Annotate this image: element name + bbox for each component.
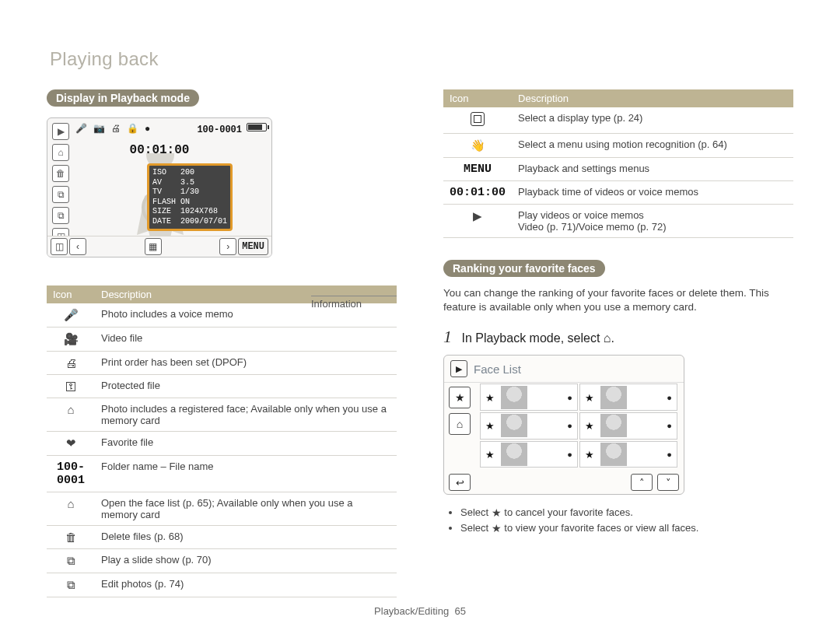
face-card[interactable]: ★● <box>480 441 578 468</box>
favorite-indicator-icon: ● <box>145 123 150 134</box>
rank-star-icon: ★ <box>585 449 594 461</box>
table-description: Delete files (p. 68) <box>95 526 397 549</box>
table-header-icon: Icon <box>47 285 95 303</box>
footer-section: Playback/Editing <box>374 605 449 617</box>
page-section-title: Playing back <box>50 48 159 70</box>
table-row: 🗑Delete files (p. 68) <box>47 526 397 549</box>
rank-dot-icon: ● <box>567 450 572 459</box>
ranking-bullets: Select ★ to cancel your favorite faces.S… <box>443 506 793 534</box>
table-row: ⌂Open the face list (p. 65); Available o… <box>47 492 397 526</box>
step-text: In Playback mode, select <box>461 331 600 345</box>
rank-dot-icon: ● <box>667 450 672 459</box>
prev-button[interactable]: ‹ <box>69 238 86 255</box>
table-description: Favorite file <box>95 432 397 456</box>
face-thumb <box>600 386 627 409</box>
face-card[interactable]: ★● <box>480 384 578 411</box>
face-thumb <box>501 414 527 437</box>
print-indicator-icon: 🖨 <box>111 123 121 134</box>
bullet-item: Select ★ to cancel your favorite faces. <box>460 506 793 518</box>
favorite-file-icon: ❤ <box>47 432 95 456</box>
face-list-step-icon: ⌂ <box>604 331 611 345</box>
voice-memo-icon: 🎤 <box>47 303 95 328</box>
table-row: ⧉Edit photos (p. 74) <box>47 573 397 597</box>
shooting-info-box: ISO200 AV3.5 TV1/30 FLASHON SIZE1024X768… <box>147 163 233 231</box>
table-header-desc: Description <box>512 89 793 107</box>
right-icon-table: Icon Description Select a display type (… <box>443 89 793 238</box>
display-mode-heading: Display in Playback mode <box>47 89 199 107</box>
table-description: Select a display type (p. 24) <box>512 107 793 134</box>
edit-photos-icon: ⧉ <box>47 573 95 597</box>
slideshow-icon-panel: ⧉ <box>52 186 69 203</box>
registered-face-icon: ⌂ <box>47 398 95 432</box>
protected-file-icon: ⚿ <box>47 375 95 398</box>
star-off-button[interactable]: ★ <box>449 387 471 408</box>
table-row: 🎥Video file <box>47 328 397 352</box>
display-type-icon <box>443 107 512 134</box>
table-header-icon: Icon <box>443 89 512 107</box>
voice-memo-indicator-icon: 🎤 <box>75 123 87 134</box>
face-card[interactable]: ★● <box>480 412 578 440</box>
table-row: MENUPlayback and settings menus <box>443 158 793 181</box>
ranking-faces-heading: Ranking your favorite faces <box>443 260 605 277</box>
page-footer: Playback/Editing 65 <box>0 605 840 617</box>
rank-star-icon: ★ <box>585 420 594 432</box>
playback-time-icon: 00:01:00 <box>443 181 512 205</box>
face-list-panel: ▶ Face List ★ ⌂ ★●★●★●★●★●★● ↩ ˄ ˅ <box>443 355 684 495</box>
right-column: Icon Description Select a display type (… <box>443 89 793 597</box>
up-button[interactable]: ˄ <box>631 474 653 491</box>
rank-star-icon: ★ <box>485 391 495 403</box>
folder-file-name: 100-0001 <box>47 456 95 492</box>
table-description: Playback and settings menus <box>512 158 793 181</box>
table-description: Open the face list (p. 65); Available on… <box>95 492 397 526</box>
table-row: ⌂Photo includes a registered face; Avail… <box>47 398 397 432</box>
star-off-icon: ★ <box>492 506 502 519</box>
face-card[interactable]: ★● <box>579 412 677 440</box>
table-description: Photo includes a registered face; Availa… <box>95 398 397 432</box>
battery-icon <box>247 123 267 131</box>
rank-star-icon: ★ <box>485 449 495 461</box>
left-icon-table: Icon Description 🎤Photo includes a voice… <box>47 285 397 597</box>
step-number: 1 <box>443 327 452 346</box>
step-1: 1 In Playback mode, select ⌂. <box>443 327 793 347</box>
table-description: Video file <box>95 328 397 352</box>
face-card[interactable]: ★● <box>579 384 677 411</box>
delete-icon: 🗑 <box>52 165 69 182</box>
protected-indicator-icon: 🔒 <box>127 123 138 134</box>
table-row: ❤Favorite file <box>47 432 397 456</box>
table-row: ⚿Protected file <box>47 375 397 398</box>
menu-icon: MENU <box>443 158 512 181</box>
star-icon: ★ <box>492 522 502 534</box>
down-button[interactable]: ˅ <box>657 474 679 491</box>
face-thumb <box>501 443 527 466</box>
left-column: Display in Playback mode ▶ ⌂ 🗑 ⧉ ⧉ ◫ 🎤 📷… <box>47 89 397 597</box>
table-row: ⧉Play a slide show (p. 70) <box>47 549 397 573</box>
face-card[interactable]: ★● <box>579 441 677 468</box>
play-icon: ▶ <box>443 205 512 238</box>
face-edit-button[interactable]: ⌂ <box>449 413 471 435</box>
delete-files-icon: 🗑 <box>47 526 95 549</box>
table-description: Protected file <box>95 375 397 398</box>
face-thumb <box>600 443 627 466</box>
table-description: Folder name – File name <box>95 456 397 492</box>
footer-page-number: 65 <box>454 605 465 617</box>
table-description: Play videos or voice memos Video (p. 71)… <box>512 205 793 238</box>
video-indicator-icon: 📷 <box>93 123 105 134</box>
table-row: 🖨Print order has been set (DPOF) <box>47 352 397 375</box>
information-callout: Information <box>311 296 397 310</box>
rank-star-icon: ★ <box>585 391 594 403</box>
ranking-intro: You can change the ranking of your favor… <box>443 286 793 314</box>
back-button[interactable]: ↩ <box>449 474 471 491</box>
table-description: Playback time of videos or voice memos <box>512 181 793 205</box>
print-order-icon: 🖨 <box>47 352 95 375</box>
table-row: 👋Select a menu using motion recognition … <box>443 134 793 158</box>
next-button[interactable]: › <box>219 238 236 255</box>
playback-mode-icon: ▶ <box>450 360 467 377</box>
table-description: Edit photos (p. 74) <box>95 573 397 597</box>
table-row: 100-0001Folder name – File name <box>47 456 397 492</box>
rank-dot-icon: ● <box>667 421 672 430</box>
thumbnail-button[interactable]: ▦ <box>145 238 162 255</box>
menu-button[interactable]: MENU <box>238 238 268 255</box>
rank-star-icon: ★ <box>485 420 495 432</box>
display-type-button[interactable]: ◫ <box>51 238 68 255</box>
table-description: Play a slide show (p. 70) <box>95 549 397 573</box>
